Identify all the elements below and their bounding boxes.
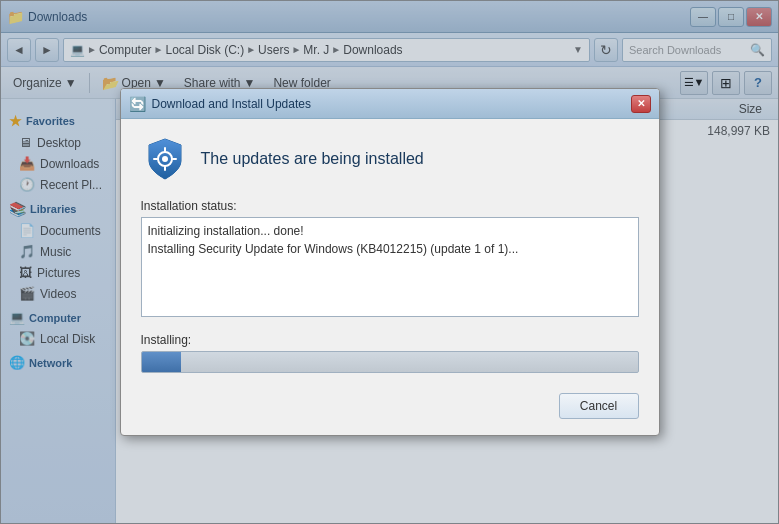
modal-overlay: 🔄 Download and Install Updates ✕ xyxy=(0,0,779,524)
installing-label: Installing: xyxy=(141,333,639,347)
dialog-footer: Cancel xyxy=(141,393,639,419)
installation-status-area: Initializing installation... done! Insta… xyxy=(141,217,639,317)
status-line-2: Installing Security Update for Windows (… xyxy=(148,240,632,258)
progress-bar-container xyxy=(141,351,639,373)
installation-status-label: Installation status: xyxy=(141,199,639,213)
dialog-title-bar: 🔄 Download and Install Updates ✕ xyxy=(121,89,659,119)
svg-point-1 xyxy=(162,156,168,162)
dialog-title-icon: 🔄 xyxy=(129,96,146,112)
dialog-title-left: 🔄 Download and Install Updates xyxy=(129,96,311,112)
dialog-header-icon xyxy=(141,135,189,183)
dialog-main-title: The updates are being installed xyxy=(201,150,424,168)
status-line-1: Initializing installation... done! xyxy=(148,222,632,240)
explorer-window: 📁 Downloads — □ ✕ ◄ ► 💻 ► Computer ► Loc… xyxy=(0,0,779,524)
cancel-button[interactable]: Cancel xyxy=(559,393,639,419)
shield-svg xyxy=(143,137,187,181)
dialog-close-button[interactable]: ✕ xyxy=(631,95,651,113)
dialog-body: The updates are being installed Installa… xyxy=(121,119,659,435)
dialog-header: The updates are being installed xyxy=(141,135,639,183)
dialog-title-text: Download and Install Updates xyxy=(152,97,311,111)
progress-bar-fill xyxy=(142,352,182,372)
update-dialog: 🔄 Download and Install Updates ✕ xyxy=(120,88,660,436)
